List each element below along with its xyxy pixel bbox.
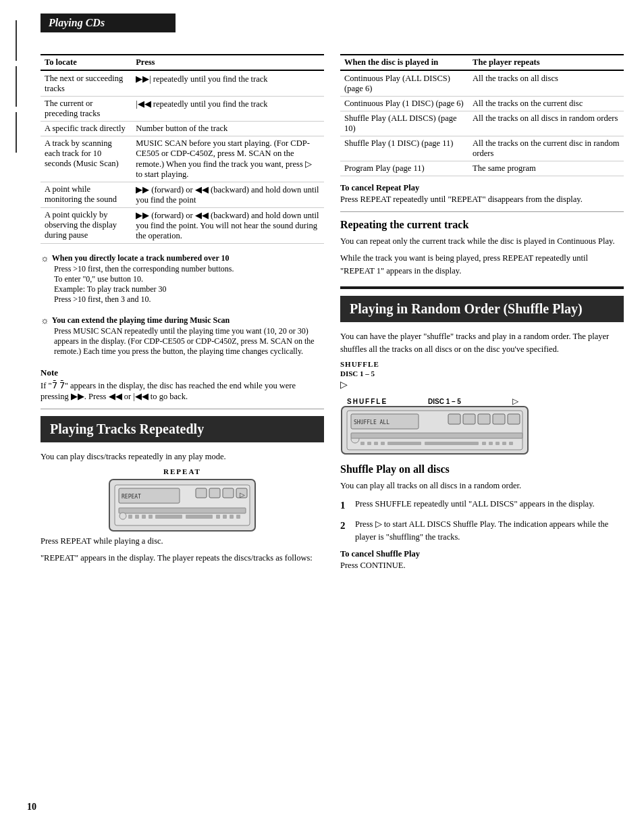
table-row: A point while monitoring the sound▶▶ (fo… [41,182,324,208]
locate-cell: A specific track directly [41,122,132,136]
note-label: Note [41,367,324,378]
repeat-track-para2: While the track you want is being played… [340,252,624,278]
player-repeats-cell: The same program [468,161,624,176]
shuffle-steps-list: 1Press SHUFFLE repeatedly until "ALL DIS… [340,498,624,544]
tip2-title-text: You can extend the playing time during M… [52,315,230,326]
repeat-track-para1: You can repeat only the current track wh… [340,235,624,248]
tip1-line: Example: To play track number 30 [54,284,324,294]
repeat-player-diagram: REPEAT [108,478,257,532]
list-item: 1Press SHUFFLE repeatedly until "ALL DIS… [340,498,624,513]
binding [12,0,20,826]
svg-rect-37 [374,442,378,445]
locate-cell: A track by scanning each track for 10 se… [41,136,132,182]
binding-line [16,20,17,61]
svg-rect-36 [367,442,371,445]
svg-rect-30 [478,414,490,424]
player-repeats-cell: All the tracks on all discs in random or… [468,111,624,136]
repeat-track-section: Repeating the current track You can repe… [340,219,624,277]
list-item: 2Press ▷ to start ALL DISCS Shuffle Play… [340,518,624,544]
step-text: Press SHUFFLE repeatedly until "ALL DISC… [355,498,595,513]
table-row: A point quickly by observing the display… [41,208,324,244]
svg-rect-29 [463,414,475,424]
left-column: To locate Press The next or succeeding t… [41,54,324,571]
svg-rect-17 [223,515,227,519]
tip1-body: Press >10 first, then the corresponding … [54,264,324,305]
svg-rect-31 [493,414,505,424]
press-cell: ▶▶| repeatedly until you find the track [132,70,324,97]
svg-rect-18 [230,515,234,519]
svg-rect-6 [209,488,220,498]
tip2-title: ☼ You can extend the playing time during… [41,315,324,326]
svg-rect-40 [425,442,479,445]
svg-rect-44 [502,442,506,445]
svg-rect-15 [186,515,213,519]
tip1-icon: ☼ [41,253,49,264]
locate-cell: The next or succeeding tracks [41,70,132,97]
tip-track-over-10: ☼ When you directly locate a track numbe… [41,251,324,307]
repeat-table: When the disc is played in The player re… [340,54,624,176]
tip2-icon: ☼ [41,315,49,326]
shuffle-intro: You can have the player "shuffle" tracks… [340,330,624,356]
svg-text:DISC 1 – 5: DISC 1 – 5 [428,398,461,405]
repeat-title: Playing Tracks Repeatedly [41,416,324,442]
svg-text:SHUFFLE: SHUFFLE [347,398,387,405]
player-repeats-header: The player repeats [468,55,624,70]
svg-text:▷: ▷ [240,491,245,498]
svg-rect-13 [149,515,153,519]
svg-rect-10 [128,515,132,519]
svg-rect-14 [155,515,182,519]
cancel-shuffle-title: To cancel Shuffle Play [340,549,624,559]
table-row: A specific track directlyNumber button o… [41,122,324,136]
press-cell: MUSIC SCAN before you start playing. (Fo… [132,136,324,182]
svg-text:▷: ▷ [512,396,519,406]
table-row: Continuous Play (1 DISC) (page 6)All the… [340,97,624,111]
svg-rect-39 [387,442,421,445]
repeat-track-title: Repeating the current track [340,219,624,231]
repeat-intro: You can play discs/tracks repeatedly in … [41,450,324,463]
table-row: The current or preceding tracks|◀◀ repea… [41,97,324,122]
shuffle-section: Playing in Random Order (Shuffle Play) Y… [340,296,624,570]
table-row: The next or succeeding tracks▶▶| repeate… [41,70,324,97]
svg-rect-5 [196,488,207,498]
note-section: Note If "7̄ 7̄" appears in the display, … [41,367,324,402]
shuffle-label: SHUFFLE [340,360,379,368]
step-number: 1 [340,498,350,513]
svg-rect-4 [119,508,246,513]
svg-rect-35 [360,442,365,445]
note-text: If "7̄ 7̄" appears in the display, the d… [41,380,324,402]
repeat-press-text: Press REPEAT while playing a disc. [41,535,324,548]
right-divider [340,211,624,212]
shuffle-all-title: Shuffle Play on all discs [340,463,624,475]
svg-rect-42 [489,442,493,445]
when-played-header: When the disc is played in [340,55,468,70]
cancel-shuffle-text: Press CONTINUE. [340,561,624,571]
svg-rect-7 [223,488,234,498]
binding-line [16,66,17,107]
locate-cell: A point while monitoring the sound [41,182,132,208]
press-col-header: Press [132,55,324,70]
page-title: Playing CDs [41,14,176,32]
svg-rect-32 [508,414,520,424]
page: Playing CDs To locate Press The next or … [0,0,644,826]
cancel-repeat: To cancel Repeat Play Press REPEAT repea… [340,183,624,205]
cancel-repeat-title: To cancel Repeat Play [340,183,624,193]
player-repeats-cell: All the tracks on all discs [468,70,624,97]
tip1-title: ☼ When you directly locate a track numbe… [41,253,324,264]
press-cell: Number button of the track [132,122,324,136]
svg-rect-19 [236,515,240,519]
cancel-shuffle: To cancel Shuffle Play Press CONTINUE. [340,549,624,571]
press-cell: ▶▶ (forward) or ◀◀ (backward) and hold d… [132,208,324,244]
svg-rect-45 [509,442,513,445]
svg-rect-34 [351,433,522,438]
svg-rect-41 [482,442,486,445]
when-played-cell: Shuffle Play (1 DISC) (page 11) [340,136,468,161]
shuffle-all-section: Shuffle Play on all discs You can play a… [340,463,624,571]
tip1-line: Press >10 first, then 3 and 10. [54,294,324,305]
disc-label: DISC 1 – 5 [340,369,379,378]
binding-line [16,112,17,153]
page-number: 10 [27,802,36,812]
tip2-line: Press MUSIC SCAN repeatedly until the pl… [54,326,324,357]
repeat-quote-text: "REPEAT" appears in the display. The pla… [41,552,324,565]
cancel-repeat-text: Press REPEAT repeatedly until "REPEAT" d… [340,195,624,205]
page-header: Playing CDs [41,14,624,43]
